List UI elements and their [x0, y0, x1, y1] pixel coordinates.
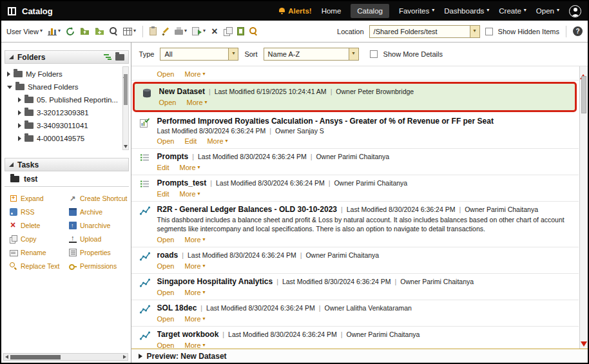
tree-item-3-32012309381[interactable]: 3-32012309381	[7, 106, 120, 119]
new-folder-button[interactable]	[95, 27, 104, 35]
catalog-item-performed-royalties[interactable]: Performed Improved Royalties Calculation…	[131, 113, 579, 149]
sort-select[interactable]: Name A-Z	[264, 48, 359, 61]
task-rename[interactable]: Rename	[10, 249, 66, 256]
preview-bar[interactable]: Preview: New Dataset	[131, 349, 588, 363]
task-permissions[interactable]: Permissions	[69, 262, 128, 270]
refresh-button[interactable]	[66, 27, 75, 36]
open-link[interactable]: Open	[157, 315, 175, 323]
more-link[interactable]: More	[180, 164, 200, 171]
more-link[interactable]: More	[184, 341, 205, 349]
expand-arrow-icon[interactable]	[7, 72, 10, 77]
copy-button[interactable]	[224, 27, 232, 35]
task-upload[interactable]: Upload	[69, 235, 128, 243]
alerts-button[interactable]: Alerts!	[278, 7, 311, 15]
tree-item-published-reporting[interactable]: 05. Published Reportin...	[7, 93, 120, 106]
edit-button[interactable]	[162, 27, 169, 35]
task-expand[interactable]: Expand	[10, 195, 66, 202]
app-grid-icon[interactable]	[8, 7, 16, 15]
search-button[interactable]	[110, 27, 118, 35]
more-link[interactable]: More	[180, 190, 200, 198]
task-copy[interactable]: Copy	[10, 235, 66, 243]
views-button[interactable]	[123, 28, 136, 35]
catalog-item-roads[interactable]: roads Last Modified 8/30/2024 6:36:24 PM…	[131, 247, 579, 274]
dropdown-arrow-icon[interactable]	[228, 48, 238, 60]
export-button[interactable]	[192, 27, 206, 35]
scrollbar-thumb[interactable]	[124, 74, 128, 105]
expand-arrow-icon[interactable]	[18, 136, 21, 141]
user-view-dropdown[interactable]: User View	[6, 28, 43, 35]
collapse-arrow-icon[interactable]	[7, 86, 12, 89]
user-avatar[interactable]	[569, 5, 581, 17]
scroll-right-icon[interactable]	[123, 355, 126, 359]
catalog-item-prompts-test[interactable]: Prompts_test Last Modified 8/30/2024 6:3…	[131, 175, 579, 202]
open-link[interactable]: Open	[157, 341, 175, 349]
nav-catalog[interactable]: Catalog	[351, 4, 389, 18]
task-replace-text[interactable]: Replace Text	[10, 262, 66, 270]
edit-link[interactable]: Edit	[157, 164, 169, 171]
scrollbar-thumb[interactable]	[581, 76, 586, 113]
task-delete[interactable]: Delete	[10, 222, 66, 229]
folder-icon[interactable]	[115, 54, 124, 61]
more-link[interactable]: More	[184, 262, 205, 270]
collapse-triangle-icon[interactable]	[9, 162, 14, 167]
archive-button[interactable]	[237, 27, 244, 35]
delete-button[interactable]	[211, 27, 218, 36]
tree-item-3-34093011041[interactable]: 3-34093011041	[7, 119, 120, 132]
task-unarchive[interactable]: Unarchive	[69, 222, 128, 229]
scroll-down-icon[interactable]	[581, 341, 587, 347]
scrollbar-thumb[interactable]	[10, 355, 61, 359]
catalog-item-sol-18dec[interactable]: SOL 18dec Last Modified 8/30/2024 6:36:2…	[131, 300, 579, 327]
open-link[interactable]: Open	[157, 236, 175, 244]
help-icon[interactable]	[573, 26, 583, 36]
more-link[interactable]: More	[184, 236, 205, 244]
show-hidden-checkbox[interactable]	[485, 28, 493, 35]
nav-open[interactable]: Open	[536, 7, 559, 15]
catalog-item-prompts[interactable]: Prompts Last Modified 8/30/2024 6:36:24 …	[131, 149, 579, 175]
tree-item-my-folders[interactable]: My Folders	[7, 68, 120, 81]
nav-create[interactable]: Create	[499, 7, 526, 15]
nav-favorites[interactable]: Favorites	[399, 7, 434, 15]
open-link[interactable]: Open	[157, 137, 175, 145]
tree-view-icon[interactable]	[104, 53, 111, 61]
catalog-item-target-workbook[interactable]: Target workbook Last Modified 8/30/2024 …	[131, 327, 579, 349]
scroll-down-icon[interactable]	[124, 145, 128, 148]
scroll-left-icon[interactable]	[5, 355, 8, 359]
more-link[interactable]: More	[207, 137, 227, 145]
task-properties[interactable]: Properties	[69, 249, 128, 256]
sidebar-horizontal-scrollbar[interactable]	[3, 353, 128, 361]
catalog-item-singapore-hospitality[interactable]: Singapore Hospitality Analytics Last Mod…	[131, 274, 579, 300]
change-view-button[interactable]	[48, 27, 61, 35]
type-select[interactable]: All	[160, 48, 238, 61]
tree-item-shared-folders[interactable]: Shared Folders	[7, 81, 120, 93]
edit-link[interactable]: Edit	[184, 137, 197, 145]
open-link[interactable]: Open	[157, 262, 175, 270]
more-link[interactable]: More	[184, 70, 205, 78]
catalog-item-r2r[interactable]: R2R - General Ledger Balances - OLD 30-1…	[131, 202, 579, 247]
dropdown-arrow-icon[interactable]	[470, 26, 479, 37]
open-link[interactable]: Open	[157, 70, 175, 78]
list-scrollbar[interactable]	[579, 66, 588, 349]
tree-scrollbar[interactable]	[122, 66, 129, 150]
task-create-shortcut[interactable]: Create Shortcut	[69, 195, 128, 202]
more-link[interactable]: More	[184, 315, 205, 323]
nav-home[interactable]: Home	[322, 7, 342, 15]
nav-dashboards[interactable]: Dashboards	[444, 7, 489, 15]
open-link[interactable]: Open	[157, 289, 175, 296]
location-select[interactable]: /Shared Folders/test	[369, 25, 480, 38]
task-rss[interactable]: RSS	[10, 208, 66, 216]
paste-clipboard-button[interactable]	[150, 27, 157, 35]
expand-arrow-icon[interactable]	[18, 110, 21, 115]
edit-link[interactable]: Edit	[157, 190, 169, 198]
dropdown-arrow-icon[interactable]	[349, 48, 358, 60]
collapse-triangle-icon[interactable]	[9, 55, 14, 59]
show-more-details-checkbox[interactable]	[370, 50, 378, 58]
up-folder-button[interactable]	[80, 27, 90, 35]
open-link[interactable]: Open	[159, 99, 177, 106]
tree-item-4-0000149575[interactable]: 4-0000149575	[7, 132, 120, 145]
expand-arrow-icon[interactable]	[18, 123, 21, 128]
catalog-item-new-dataset[interactable]: New Dataset Last Modified 6/19/2025 10:2…	[133, 82, 577, 112]
expand-arrow-icon[interactable]	[18, 97, 21, 102]
more-link[interactable]: More	[184, 289, 205, 296]
more-link[interactable]: More	[186, 99, 207, 106]
find-button[interactable]	[249, 27, 258, 35]
